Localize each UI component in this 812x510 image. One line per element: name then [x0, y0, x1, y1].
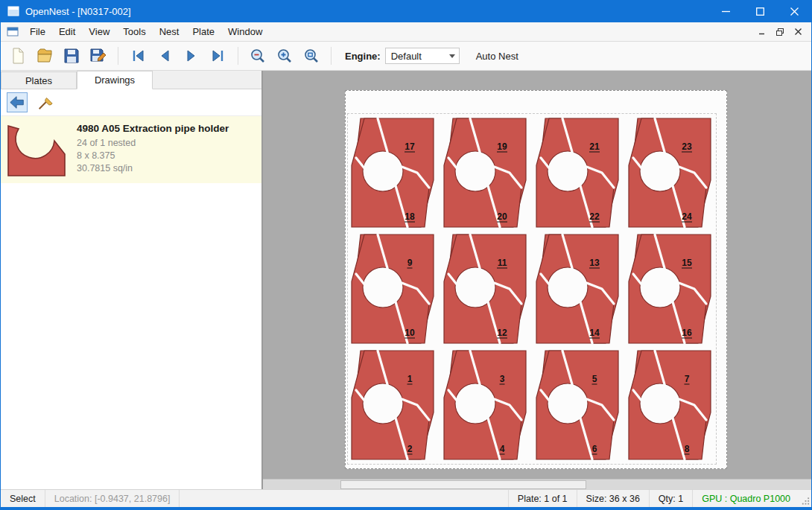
save-button[interactable] [60, 45, 83, 67]
nest-canvas[interactable]: 171819202122232491011121314151612345678 [263, 71, 811, 489]
first-plate-button[interactable] [127, 45, 149, 67]
part-number: 6 [592, 444, 597, 454]
save-edit-button[interactable] [87, 45, 110, 67]
tab-plates[interactable]: Plates [1, 71, 77, 89]
next-plate-button[interactable] [180, 45, 203, 67]
panel-tabstrip: Plates Drawings [1, 71, 261, 89]
minimize-button[interactable] [708, 0, 743, 22]
part-number: 19 [497, 141, 507, 152]
save-icon [63, 47, 80, 65]
part-hole [548, 151, 588, 191]
main-toolbar: Engine: Default Auto Nest [1, 42, 811, 71]
nested-pair: 56 [533, 348, 621, 462]
new-file-icon [9, 47, 27, 65]
menu-nest[interactable]: Nest [153, 23, 186, 40]
nested-pair: 1718 [349, 116, 437, 229]
drawing-dimensions: 8 x 8.375 [77, 150, 229, 162]
engine-select[interactable]: Default [385, 48, 460, 64]
drawing-nested-count: 24 of 1 nested [77, 137, 229, 150]
part-hole [548, 267, 588, 307]
last-plate-button[interactable] [207, 45, 229, 67]
auto-nest-button[interactable]: Auto Nest [472, 48, 523, 64]
part-number: 7 [685, 374, 690, 384]
app-window: OpenNest - [N0317-002] File Edit View To… [0, 0, 812, 510]
mdi-minimize-icon[interactable] [753, 25, 771, 39]
zoom-in-button[interactable] [273, 45, 296, 67]
part-number: 15 [682, 258, 692, 268]
part-number: 22 [589, 211, 600, 222]
zoom-fit-button[interactable] [300, 45, 323, 67]
clear-drawings-button[interactable] [34, 92, 55, 112]
plate-sheet[interactable]: 171819202122232491011121314151612345678 [345, 90, 727, 469]
mdi-restore-icon[interactable] [771, 25, 789, 39]
horizontal-scrollbar-thumb[interactable] [340, 480, 586, 489]
left-panel: Plates Drawings [1, 71, 263, 489]
save-edit-icon [89, 47, 107, 65]
toolbar-separator [331, 47, 332, 65]
toolbar-separator [118, 47, 118, 65]
status-mode: Select [1, 490, 45, 507]
resize-grip[interactable] [799, 490, 811, 507]
menu-tools[interactable]: Tools [116, 23, 152, 40]
nested-pair: 1314 [533, 232, 621, 345]
part-number: 17 [405, 141, 415, 152]
zoom-out-button[interactable] [247, 45, 269, 67]
nested-pair: 12 [349, 348, 437, 462]
menu-plate[interactable]: Plate [185, 23, 221, 40]
part-hole [548, 383, 588, 424]
part-number: 1 [407, 374, 413, 384]
new-file-button[interactable] [7, 45, 29, 67]
engine-label: Engine: [345, 51, 381, 62]
part-hole [455, 383, 495, 424]
zoom-in-icon [276, 47, 294, 65]
part-hole [640, 151, 680, 191]
drawing-meta: 4980 A05 Extraction pipe holder 24 of 1 … [68, 121, 229, 178]
part-hole [640, 267, 680, 307]
nested-pair: 1112 [441, 232, 529, 345]
open-folder-icon [36, 47, 54, 65]
status-qty: Qty: 1 [650, 490, 693, 507]
part-number: 8 [685, 444, 690, 454]
part-hole [455, 151, 495, 191]
part-hole [640, 383, 680, 424]
open-file-button[interactable] [34, 45, 56, 67]
part-number: 3 [500, 374, 505, 384]
mdi-close-icon[interactable] [789, 25, 807, 39]
status-location: Location: [-0.9437, 21.8796] [45, 490, 180, 507]
nested-pair: 2122 [533, 116, 621, 229]
part-hole [363, 383, 403, 424]
import-arrow-icon [9, 95, 25, 111]
part-number: 16 [682, 328, 692, 338]
previous-plate-button[interactable] [153, 45, 176, 67]
part-number: 13 [589, 258, 600, 268]
zoom-fit-icon [302, 47, 320, 65]
part-hole [455, 267, 495, 307]
nav-last-icon [209, 47, 227, 65]
menu-edit[interactable]: Edit [52, 23, 82, 40]
part-hole [363, 267, 403, 307]
window-title: OpenNest - [N0317-002] [25, 6, 131, 17]
nested-pair: 78 [626, 348, 714, 462]
part-number: 5 [592, 374, 597, 384]
part-number: 21 [589, 141, 600, 152]
nested-pair: 2324 [626, 116, 714, 229]
part-number: 10 [405, 328, 415, 338]
close-button[interactable] [777, 0, 811, 22]
nav-previous-icon [156, 47, 174, 65]
drawing-list-item[interactable]: 4980 A05 Extraction pipe holder 24 of 1 … [1, 116, 261, 183]
menu-window[interactable]: Window [221, 23, 269, 40]
menubar: File Edit View Tools Nest Plate Window [1, 22, 811, 42]
menu-view[interactable]: View [82, 23, 116, 40]
part-number: 11 [498, 258, 507, 268]
part-number: 18 [405, 211, 415, 222]
tab-drawings[interactable]: Drawings [77, 71, 153, 89]
maximize-button[interactable] [743, 0, 777, 22]
horizontal-scrollbar[interactable] [263, 479, 811, 489]
menu-file[interactable]: File [23, 23, 52, 40]
part-thumbnail-icon [7, 121, 66, 178]
titlebar: OpenNest - [N0317-002] [1, 0, 811, 22]
drawing-area: 30.7815 sq/in [77, 162, 229, 175]
nested-pair: 910 [349, 232, 437, 345]
import-drawing-button[interactable] [7, 92, 28, 112]
panel-toolbar [1, 89, 261, 116]
